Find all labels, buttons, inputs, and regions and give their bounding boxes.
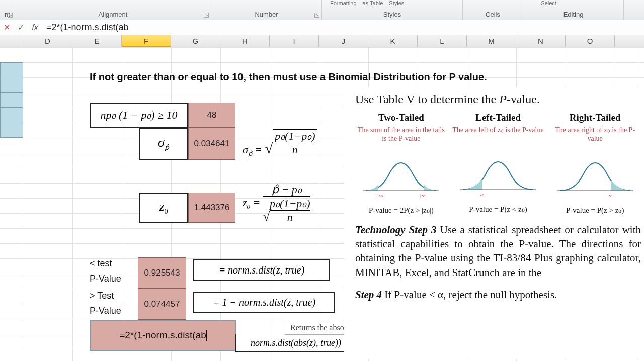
two-tail-formula-box: norm.s.dist(abs(z), true))	[235, 334, 356, 352]
alignment-label: Alignment	[99, 11, 128, 18]
col-header-I[interactable]: I	[270, 35, 319, 47]
col-header-H[interactable]: H	[220, 35, 270, 47]
svg-text:-|z₀|: -|z₀|	[376, 193, 384, 198]
np-condition-box: np₀ (1 − p₀) ≥ 10	[90, 103, 188, 128]
ribbon-group-editing: Editing	[523, 0, 624, 20]
active-editing-cell[interactable]: =2*(1-norm.s.dist(ab	[90, 320, 236, 351]
right-tailed-heading: Right-Tailed	[549, 112, 641, 123]
np-formula: np₀ (1 − p₀) ≥ 10	[100, 109, 177, 122]
blue-big-cell[interactable]	[0, 108, 23, 138]
right-tailed-pvalue: P-value = P(z > z₀)	[549, 206, 641, 215]
left-tailed-desc: The area left of z₀ is the P-value	[452, 126, 544, 142]
tech-step-3: Technology Step 3 Use a statistical spre…	[355, 223, 641, 280]
editing-cell-value: =2*(1-norm.s.dist(ab	[119, 330, 206, 341]
col-header-F[interactable]: F	[122, 35, 171, 47]
textbook-overlay: Use Table V to determine the P-value. Tw…	[344, 87, 644, 359]
worksheet-grid[interactable]: If not greater than or equal to 10, then…	[0, 47, 644, 361]
sigma-formula: σp̂ = √p₀(1−p₀)n	[243, 129, 317, 158]
number-label: Number	[255, 11, 278, 18]
column-headers: D E F G H I J K L M N O	[0, 35, 644, 47]
gt-value: 0.074457	[144, 299, 180, 309]
z-label-box: z0	[139, 193, 188, 223]
svg-text:z₀: z₀	[480, 192, 484, 197]
lt-test-label-1: < test	[90, 258, 112, 269]
np-value: 48	[207, 110, 217, 120]
col-header-L[interactable]: L	[418, 35, 467, 47]
col-header-K[interactable]: K	[368, 35, 418, 47]
z-value-cell[interactable]: 1.443376	[188, 193, 235, 223]
ribbon-group-number: Number↘	[211, 0, 322, 20]
ribbon-group-cells: Cells	[463, 0, 523, 20]
gt-formula: = 1 − norm.s.dist(z, true)	[213, 297, 315, 308]
overlay-columns: Two-Tailed The sum of the area in the ta…	[355, 112, 641, 215]
z-label: z0	[159, 199, 168, 216]
fx-icon[interactable]: fx	[28, 20, 42, 35]
dialog-launcher-icon[interactable]: ↘	[314, 13, 319, 18]
two-tailed-desc: The sum of the area in the tails is the …	[355, 126, 447, 143]
z-formula: z0 = p̂ − p₀ √p₀(1−p₀)n	[243, 183, 310, 224]
left-tailed-pvalue: P-value = P(z < z₀)	[452, 205, 544, 214]
sigma-label-box: σp̂	[139, 128, 188, 160]
cell[interactable]	[0, 62, 23, 77]
lt-value-cell[interactable]: 0.925543	[138, 257, 186, 289]
two-tailed-pvalue: P-value = 2P(z > |z₀|)	[355, 206, 447, 215]
dialog-launcher-icon[interactable]: ↘	[8, 13, 13, 18]
col-header-G[interactable]: G	[171, 35, 220, 47]
z-value: 1.443376	[194, 203, 230, 213]
svg-text:|z₀|: |z₀|	[420, 193, 426, 198]
left-tailed-heading: Left-Tailed	[452, 112, 544, 123]
cancel-formula-button[interactable]: ✕	[0, 20, 14, 35]
gt-formula-box: = 1 − norm.s.dist(z, true)	[193, 292, 335, 313]
instruction-text: If not greater than or equal to 10, then…	[90, 71, 487, 83]
overlay-col-right-tailed: Right-Tailed The area right of z₀ is the…	[549, 112, 641, 215]
bell-curve-left-tailed-icon: z₀	[458, 144, 538, 200]
svg-text:z₀: z₀	[608, 193, 612, 198]
lt-formula-box: = norm.s.dist(z, true)	[193, 259, 330, 281]
cell[interactable]	[0, 77, 23, 93]
cell[interactable]	[0, 93, 23, 108]
col-header-O[interactable]: O	[566, 35, 615, 47]
select-all-corner[interactable]	[0, 35, 23, 47]
sigma-value-cell[interactable]: 0.034641	[188, 128, 235, 160]
sigma-label: σp̂	[158, 135, 169, 152]
gt-test-label-1: > Test	[90, 291, 114, 301]
styles-label: Styles	[383, 11, 401, 18]
lt-test-label-2: P-Value	[90, 274, 121, 284]
blue-input-cells	[0, 62, 23, 108]
bell-curve-two-tailed-icon: -|z₀| |z₀|	[361, 145, 441, 201]
overlay-col-two-tailed: Two-Tailed The sum of the area in the ta…	[355, 112, 447, 215]
ribbon: Formatting as Table Styles Select nt↘ Al…	[0, 0, 644, 20]
ribbon-group-nt: nt↘	[0, 0, 15, 20]
dialog-launcher-icon[interactable]: ↘	[204, 13, 209, 18]
formula-bar: ✕ ✓ fx =2*(1-norm.s.dist(ab	[0, 20, 644, 35]
overlay-title: Use Table V to determine the P-value.	[355, 93, 641, 106]
text-cursor-icon	[206, 330, 207, 341]
lt-formula: = norm.s.dist(z, true)	[219, 264, 305, 276]
gt-test-label-2: P-Value	[90, 306, 121, 316]
col-header-J[interactable]: J	[319, 35, 368, 47]
formula-input[interactable]: =2*(1-norm.s.dist(ab	[42, 22, 644, 33]
editing-label: Editing	[564, 11, 584, 18]
right-tailed-desc: The area right of z₀ is the P-value	[549, 126, 641, 143]
overlay-col-left-tailed: Left-Tailed The area left of z₀ is the P…	[452, 112, 544, 215]
cells-label: Cells	[486, 11, 500, 18]
ribbon-group-styles: Styles	[322, 0, 463, 20]
col-header-E[interactable]: E	[72, 35, 122, 47]
sigma-value: 0.034641	[194, 139, 230, 149]
col-header-M[interactable]: M	[467, 35, 516, 47]
step-4: Step 4 If P-value < α, reject the null h…	[355, 289, 641, 301]
two-tailed-heading: Two-Tailed	[355, 112, 447, 123]
bell-curve-right-tailed-icon: z₀	[555, 145, 635, 201]
col-header-N[interactable]: N	[516, 35, 566, 47]
ribbon-group-alignment: Alignment↘	[15, 0, 211, 20]
accept-formula-button[interactable]: ✓	[14, 20, 28, 35]
col-header-D[interactable]: D	[23, 35, 72, 47]
two-tail-formula: norm.s.dist(abs(z), true))	[251, 338, 341, 348]
gt-value-cell[interactable]: 0.074457	[138, 289, 186, 320]
np-value-cell[interactable]: 48	[188, 103, 235, 128]
lt-value: 0.925543	[144, 268, 180, 278]
